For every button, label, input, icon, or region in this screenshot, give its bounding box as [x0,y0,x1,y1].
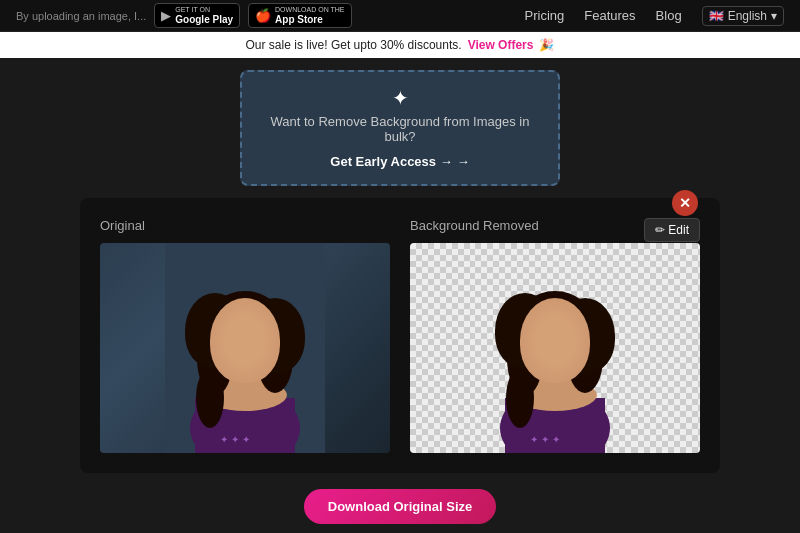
original-panel: Original [100,218,390,453]
comparison-section: Original [80,198,720,473]
blog-link[interactable]: Blog [656,8,682,23]
app-store-badge[interactable]: 🍎 Download on the App Store [248,3,352,28]
removed-image: ✦ ✦ ✦ [410,243,700,453]
svg-point-8 [257,323,293,393]
close-button[interactable]: ✕ [672,190,698,216]
svg-text:✦ ✦ ✦: ✦ ✦ ✦ [220,434,250,445]
svg-point-14 [241,365,249,371]
chevron-down-icon: ▾ [771,9,777,23]
view-offers-link[interactable]: View Offers [468,38,534,52]
svg-point-29 [567,323,603,393]
svg-point-35 [551,365,559,371]
flag-icon: 🇬🇧 [709,9,724,23]
svg-point-36 [545,371,565,381]
bulk-description-top: Want to Remove Background from Images in… [262,114,538,144]
google-play-badge[interactable]: ▶ GET IT ON Google Play [154,3,240,28]
svg-text:✦ ✦ ✦: ✦ ✦ ✦ [530,434,560,445]
nav-right: Pricing Features Blog 🇬🇧 English ▾ [525,6,784,26]
early-access-top-link[interactable]: Get Early Access → [330,154,469,169]
removed-panel: Background Removed [410,218,700,453]
svg-point-12 [227,354,237,362]
svg-point-31 [535,353,549,363]
original-image: ✦ ✦ ✦ [100,243,390,453]
original-portrait-svg: ✦ ✦ ✦ [165,243,325,453]
download-button[interactable]: Download Original Size [304,489,496,524]
bulk-banner-top: ✦ Want to Remove Background from Images … [240,70,560,186]
language-label: English [728,9,767,23]
edit-button[interactable]: ✏ Edit [644,218,700,242]
svg-point-10 [225,353,239,363]
download-section: Download Original Size Rate this result:… [0,489,800,533]
sale-text: Our sale is live! Get upto 30% discounts… [246,38,462,52]
main-content: ✕ Original [0,198,800,473]
svg-point-9 [196,368,224,428]
google-play-name: Google Play [175,14,233,25]
svg-point-6 [207,291,283,355]
svg-point-32 [561,353,575,363]
top-nav: By uploading an image, I... ▶ GET IT ON … [0,0,800,32]
google-play-icon: ▶ [161,8,171,23]
features-link[interactable]: Features [584,8,635,23]
app-store-name: App Store [275,14,345,25]
app-store-download: Download on the [275,6,345,14]
bulk-icon-top: ✦ [262,86,538,110]
google-play-get-it: GET IT ON [175,6,233,14]
svg-point-30 [506,368,534,428]
svg-point-11 [251,353,265,363]
original-label: Original [100,218,390,233]
svg-point-13 [253,354,263,362]
apple-icon: 🍎 [255,8,271,23]
svg-point-15 [235,371,255,381]
svg-point-34 [563,354,573,362]
sale-banner: Our sale is live! Get upto 30% discounts… [0,32,800,58]
svg-point-33 [537,354,547,362]
svg-point-27 [517,291,593,355]
removed-portrait-svg: ✦ ✦ ✦ [475,243,635,453]
pricing-link[interactable]: Pricing [525,8,565,23]
upload-hint: By uploading an image, I... [16,10,146,22]
language-selector[interactable]: 🇬🇧 English ▾ [702,6,784,26]
nav-left: By uploading an image, I... ▶ GET IT ON … [16,3,352,28]
sale-icon: 🎉 [539,38,554,52]
